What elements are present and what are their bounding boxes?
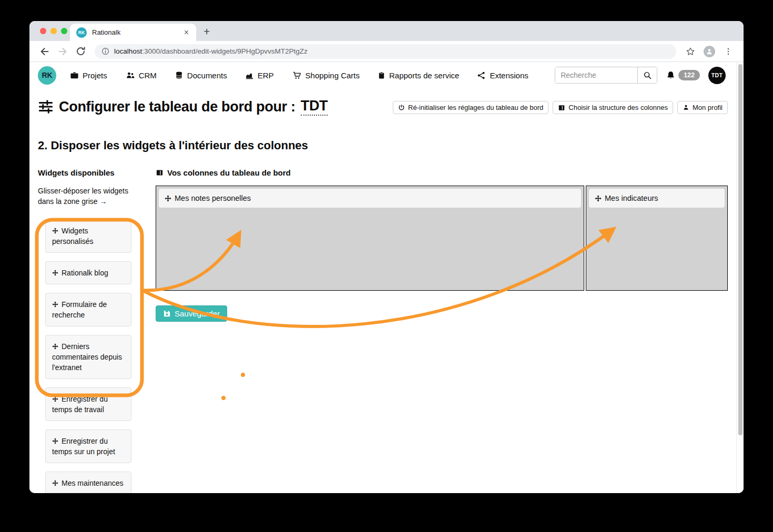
- rationalk-logo[interactable]: RK: [38, 66, 56, 85]
- widget-card[interactable]: Widgets personalisés: [45, 219, 131, 253]
- column-widget-header[interactable]: Mes indicateurs: [589, 189, 725, 208]
- columns-icon: [156, 169, 164, 177]
- page-scrollbar[interactable]: [736, 62, 744, 493]
- move-icon: [52, 301, 58, 308]
- save-button[interactable]: Sauvegarder: [156, 305, 227, 322]
- widget-card-label: Derniers commentaires depuis l'extranet: [52, 342, 122, 372]
- close-window-button[interactable]: [40, 28, 46, 34]
- board-heading: Vos colonnes du tableau de bord: [156, 168, 728, 177]
- browser-menu-kebab-icon[interactable]: [721, 44, 736, 59]
- back-icon[interactable]: [37, 44, 52, 59]
- widget-card[interactable]: Derniers commentaires depuis l'extranet: [45, 335, 131, 379]
- briefcase-icon: [70, 71, 79, 80]
- move-icon: [165, 195, 171, 202]
- nav-item-shopping-carts[interactable]: Shopping Carts: [292, 71, 360, 80]
- widget-card-label: Enregistrer du temps de travail: [52, 395, 108, 414]
- dashboard-columns: Mes notes personelles Mes indicateurs: [156, 186, 728, 291]
- browser-profile-avatar[interactable]: [704, 46, 715, 57]
- dashboard-column-1[interactable]: Mes notes personelles: [156, 186, 584, 291]
- available-widgets-sidebar: Widgets disponibles Glisser-déposer les …: [38, 168, 131, 493]
- tab-close-icon[interactable]: ×: [182, 27, 191, 38]
- page-title: Configurer le tableau de bord pour : TDT: [38, 98, 328, 116]
- sliders-icon: [38, 99, 54, 114]
- clipboard-icon: [378, 71, 385, 80]
- person-icon: [683, 104, 689, 111]
- url-host: localhost: [114, 47, 142, 55]
- browser-tab[interactable]: RK Rationalk ×: [70, 24, 196, 41]
- widget-card[interactable]: Enregistrer du temps de travail: [45, 387, 131, 421]
- app-menu: Projets CRM Documents ERP: [70, 71, 528, 80]
- minimize-window-button[interactable]: [50, 28, 57, 34]
- widget-card[interactable]: Rationalk blog: [45, 261, 131, 284]
- page-scrollbar-thumb[interactable]: [738, 64, 743, 435]
- bell-icon: [666, 70, 676, 80]
- rationalk-favicon: RK: [76, 27, 87, 38]
- page-content: Configurer le tableau de bord pour : TDT…: [29, 98, 744, 493]
- move-icon: [52, 438, 58, 444]
- address-bar[interactable]: localhost:3000/dashboard/edit-widgets/9P…: [95, 44, 676, 59]
- macos-traffic-lights: [40, 28, 67, 34]
- search-button[interactable]: [637, 67, 657, 83]
- browser-window: RK Rationalk × + localhost:3000/dashboar…: [29, 21, 744, 493]
- widget-card-label: Rationalk blog: [62, 269, 108, 277]
- sidebar-heading: Widgets disponibles: [38, 168, 131, 177]
- site-info-icon: [101, 47, 110, 56]
- share-nodes-icon: [477, 71, 486, 80]
- new-tab-button[interactable]: +: [204, 25, 210, 38]
- users-icon: [125, 71, 135, 80]
- nav-item-erp[interactable]: ERP: [245, 71, 274, 80]
- widget-card[interactable]: Mes maintenances: [45, 472, 131, 493]
- tab-title: Rationalk: [92, 28, 182, 36]
- url-path: :3000/dashboard/edit-widgets/9PHgDpvvsMT…: [142, 47, 307, 55]
- widget-card-label: Enregistrer du temps sur un projet: [52, 437, 115, 456]
- screenshot-stage: RK Rationalk × + localhost:3000/dashboar…: [0, 0, 773, 532]
- rationalk-app: RK Projets CRM Documents: [29, 62, 744, 493]
- move-icon: [52, 480, 58, 486]
- widget-card[interactable]: Formulaire de recherche: [45, 293, 131, 326]
- user-avatar[interactable]: TDT: [708, 67, 726, 84]
- save-floppy-icon: [163, 310, 171, 318]
- board-area: Vos colonnes du tableau de bord Mes note…: [156, 168, 728, 493]
- browser-toolbar: localhost:3000/dashboard/edit-widgets/9P…: [29, 41, 744, 62]
- app-nav-bar: RK Projets CRM Documents: [29, 62, 744, 88]
- search-input[interactable]: [555, 67, 637, 83]
- database-icon: [175, 71, 184, 80]
- dashboard-column-2[interactable]: Mes indicateurs: [586, 186, 728, 291]
- column-widget-header[interactable]: Mes notes personelles: [159, 189, 581, 208]
- widget-card-label: Mes maintenances: [62, 479, 124, 487]
- move-icon: [52, 396, 58, 402]
- column-widget-title: Mes notes personelles: [175, 194, 251, 202]
- move-icon: [595, 195, 602, 202]
- choose-columns-button[interactable]: Choisir la structure des colonnes: [553, 101, 673, 114]
- widget-card-label: Formulaire de recherche: [52, 300, 107, 319]
- notification-count-badge: 122: [678, 70, 700, 80]
- forward-icon[interactable]: [55, 44, 70, 59]
- search-icon: [643, 71, 652, 80]
- page-title-text: Configurer le tableau de bord pour :: [59, 99, 296, 115]
- column-widget-title: Mes indicateurs: [605, 194, 658, 202]
- columns-icon: [558, 104, 565, 111]
- nav-item-crm[interactable]: CRM: [125, 71, 157, 80]
- app-nav-right: 122 TDT: [555, 67, 733, 84]
- toolbar-right: [682, 44, 737, 59]
- nav-item-rapports[interactable]: Rapports de service: [378, 71, 459, 80]
- widget-card-list: Widgets personalisés Rationalk blog Form…: [45, 219, 131, 493]
- zoom-window-button[interactable]: [61, 28, 67, 34]
- dashboard-name[interactable]: TDT: [301, 98, 328, 116]
- reload-icon[interactable]: [73, 44, 88, 59]
- search-box: [555, 67, 657, 84]
- nav-item-documents[interactable]: Documents: [175, 71, 227, 80]
- browser-tab-strip: RK Rationalk × +: [29, 21, 744, 41]
- bookmark-star-icon[interactable]: [683, 44, 698, 59]
- page-header: Configurer le tableau de bord pour : TDT…: [38, 98, 735, 116]
- nav-item-extensions[interactable]: Extensions: [477, 71, 528, 80]
- sidebar-instruction: Glisser-déposer les widgets dans la zone…: [38, 186, 134, 207]
- widget-card[interactable]: Enregistrer du temps sur un projet: [45, 429, 131, 463]
- cart-icon: [292, 71, 302, 80]
- notifications[interactable]: 122: [666, 70, 700, 80]
- reset-dashboard-button[interactable]: Ré-initialiser les réglages du tableau d…: [393, 101, 548, 114]
- my-profile-button[interactable]: Mon profil: [677, 101, 728, 114]
- section-heading: 2. Disposer les widgets à l'intérieur de…: [38, 139, 735, 152]
- nav-item-projets[interactable]: Projets: [70, 71, 107, 80]
- move-icon: [52, 228, 58, 234]
